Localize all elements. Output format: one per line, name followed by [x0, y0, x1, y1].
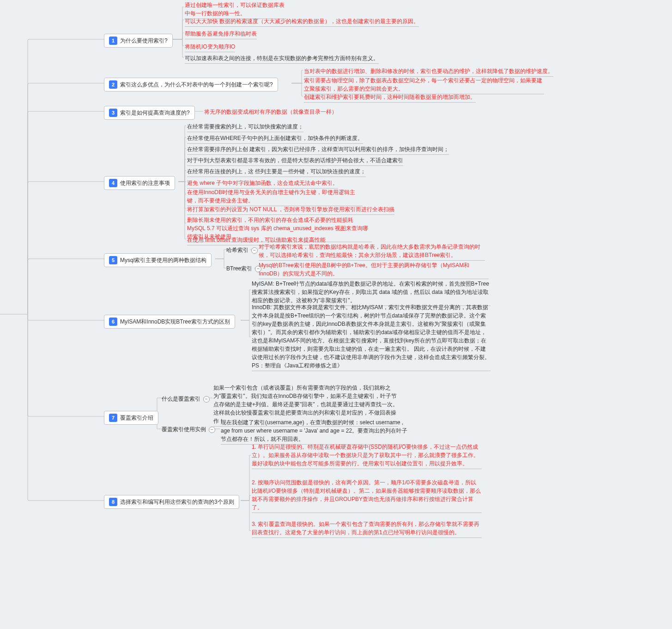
node-label: MyISAM和InnoDB实现BTree索引方式的区别: [120, 318, 230, 326]
node-myisam-innodb[interactable]: 6MyISAM和InnoDB实现BTree索引方式的区别: [104, 315, 235, 329]
badge-6: 6: [109, 318, 117, 326]
node-why-use-index[interactable]: 1为什么要使用索引?: [104, 34, 173, 48]
node-label: 为什么要使用索引?: [120, 37, 168, 45]
badge-4: 4: [109, 179, 117, 187]
collapse-icon[interactable]: −: [251, 247, 258, 254]
n6-innodb-leaf: InnoDB: 其数据文件本身就是索引文件。相比MyISAM，索引文件和数据文件…: [252, 303, 490, 371]
n8-leaf-0: 1. 单行访问是很慢的。特别是在机械硬盘存储中(SSD的随机I/O要快很多，不过…: [252, 443, 482, 469]
badge-1: 1: [109, 37, 117, 45]
label-text: 哈希索引: [226, 247, 248, 253]
n4-leaf-0: 在经常需要搜索的列上，可以加快搜索的速度；: [187, 122, 303, 132]
node-label: 使用索引的注意事项: [120, 179, 170, 187]
collapse-icon[interactable]: −: [209, 427, 215, 433]
n1-leaf-speed: 可以大大加快 数据的检索速度（大大减少的检索的数据量），这也是创建索引的最主要的…: [185, 17, 419, 27]
n1-leaf-sort: 帮助服务器避免排序和临时表: [185, 30, 257, 39]
n4-leaf-4: 在经常用在连接的列上，这 些列主要是一些外键，可以加快连接的速度；: [187, 167, 366, 177]
label-text: BTree索引: [226, 265, 252, 272]
badge-3: 3: [109, 109, 117, 117]
collapse-icon[interactable]: −: [203, 396, 210, 403]
n4-leaf-2: 在经常需要排序的列上创 建索引，因为索引已经排序，这样查询可以利用索引的排序，加…: [187, 145, 449, 155]
node-label: 覆盖索引介绍: [120, 414, 153, 422]
label-text: 什么是覆盖索引: [162, 396, 200, 402]
n4-leaf-6: 在使用InnoDB时使用与业务无关的自增主键作为主键，即使用逻辑主键，而不要使用…: [187, 188, 363, 206]
n5-btree-leaf: Mysql的BTree索引使用的是B树中的B+Tree。但对于主要的两种存储引擎…: [259, 261, 489, 279]
node-label: 选择索引和编写利用这些索引的查询的3个原则: [120, 498, 234, 506]
n7-what-label[interactable]: 什么是覆盖索引−: [162, 395, 210, 403]
n2-leaf-maintain: 当对表中的数据进行增加、删除和修改的时候，索引也要动态的维护，这样就降低了数据的…: [304, 67, 553, 77]
n1-leaf-unique: 通过创建唯一性索引，可以保证数据库表中每一行数据的唯一性。: [185, 1, 286, 19]
node-label: 索引这么多优点，为什么不对表中的每一个列创建一个索引呢?: [120, 81, 273, 89]
n1-leaf-join: 可以加速表和表之间的连接，特别是在实现数据的参考完整性方面特别有意义。: [185, 54, 379, 64]
n5-hash-leaf: 对于哈希索引来说，底层的数据结构就是哈希表，因此在绝大多数需求为单条记录查询的时…: [259, 243, 485, 261]
node-how-speedup[interactable]: 3索引是如何提高查询速度的?: [104, 106, 195, 120]
n4-leaf-1: 在经常使用在WHERE子句中的列上面创建索引，加快条件的判断速度。: [187, 134, 363, 144]
badge-8: 8: [109, 498, 117, 506]
node-label: Mysql索引主要使用的两种数据结构: [120, 256, 206, 264]
n3-leaf: 将无序的数据变成相对有序的数据（就像查目录一样）: [204, 108, 337, 116]
badge-5: 5: [109, 256, 117, 264]
n6-myisam-leaf: MyISAM: B+Tree叶节点的data域存放的是数据记录的地址。在索引检索…: [252, 280, 490, 306]
node-covering-index[interactable]: 7覆盖索引介绍: [104, 411, 158, 425]
n1-leaf-io: 将随机IO变为顺序IO: [185, 43, 235, 52]
badge-7: 7: [109, 414, 117, 422]
n8-leaf-2: 3. 索引覆盖查询是很快的。如果一个索引包含了查询需要的所有列，那么存储引擎就不…: [252, 520, 482, 538]
n2-leaf-space: 索引需要占物理空间，除了数据表占数据空间之外，每一个索引还要占一定的物理空间，如…: [304, 76, 544, 94]
n8-leaf-1: 2. 按顺序访问范围数据是很快的，这有两个原因。第一，顺序1/0不需要多次磁盘寻…: [252, 478, 482, 513]
n7-example-label[interactable]: 覆盖索引使用实例−: [162, 426, 215, 434]
n4-leaf-5: 避免 where 子句中对字段施加函数，这会造成无法命中索引。: [187, 179, 338, 189]
n5-hash-label[interactable]: 哈希索引−: [226, 246, 258, 254]
node-why-not-every-col[interactable]: 2索引这么多优点，为什么不对表中的每一个列创建一个索引呢?: [104, 78, 278, 92]
n4-leaf-7: 将打算加索引的列设置为 NOT NULL ，否则将导致引擎放弃使用索引而进行全表…: [187, 205, 394, 215]
label-text: 覆盖索引使用实例: [162, 426, 206, 433]
n5-btree-label[interactable]: BTree索引−: [226, 265, 261, 273]
node-three-principles[interactable]: 8选择索引和编写利用这些索引的查询的3个原则: [104, 495, 239, 509]
badge-2: 2: [109, 80, 117, 89]
node-two-structures[interactable]: 5Mysql索引主要使用的两种数据结构: [104, 253, 212, 267]
n2-leaf-time: 创建索引和维护索引要耗费时间，这种时间随着数据量的增加而增加。: [304, 93, 476, 103]
n4-leaf-3: 对于中到大型表索引都是非常有效的，但是特大型表的话维护开销会很大，不适合建索引: [187, 156, 403, 166]
n7-example-leaf: 现在我创建了索引(username,age)，在查询数据的时候：select u…: [221, 418, 410, 445]
node-label: 索引是如何提高查询速度的?: [120, 109, 190, 117]
node-attention[interactable]: 4使用索引的注意事项: [104, 176, 175, 190]
